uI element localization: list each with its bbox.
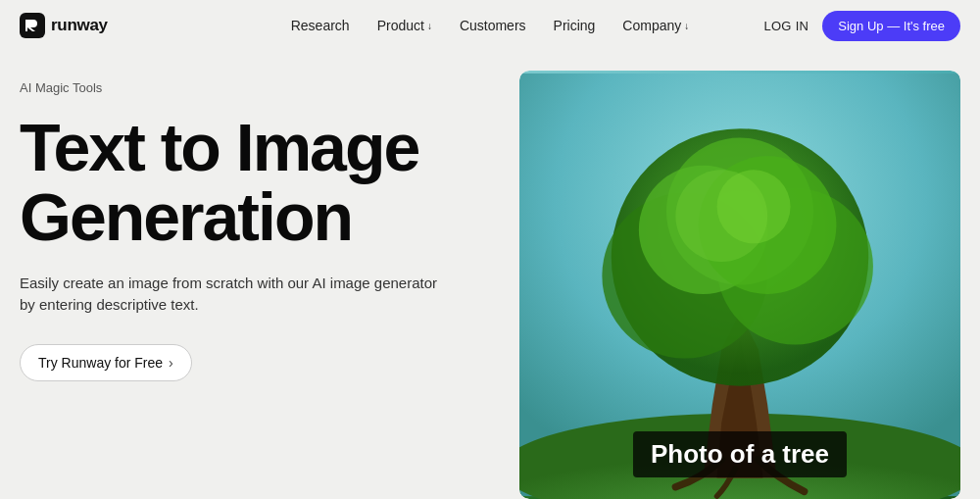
cta-button[interactable]: Try Runway for Free ›	[20, 344, 192, 381]
navbar-right: LOG IN Sign Up — It's free	[763, 11, 960, 41]
image-caption: Photo of a tree	[633, 431, 847, 477]
nav-research[interactable]: Research	[291, 18, 350, 33]
navbar-left: runway	[20, 13, 108, 38]
page-description: Easily create an image from scratch with…	[20, 273, 441, 317]
navbar: runway Research Product ↓ Customers Pric…	[0, 0, 980, 51]
hero-image: Photo of a tree	[519, 71, 960, 499]
svg-point-11	[717, 170, 791, 243]
navbar-center: Research Product ↓ Customers Pricing Com…	[291, 18, 690, 33]
nav-pricing[interactable]: Pricing	[554, 18, 596, 33]
signup-button[interactable]: Sign Up — It's free	[822, 11, 960, 41]
logo-text: runway	[51, 16, 108, 35]
product-chevron-icon: ↓	[427, 21, 432, 31]
main-content: AI Magic Tools Text to Image Generation …	[0, 51, 980, 499]
cta-arrow-icon: ›	[169, 355, 173, 371]
nav-customers[interactable]: Customers	[460, 18, 526, 33]
company-chevron-icon: ↓	[684, 21, 689, 31]
runway-logo-icon	[20, 13, 45, 38]
svg-rect-1	[25, 20, 27, 31]
hero-left: AI Magic Tools Text to Image Generation …	[20, 71, 500, 499]
login-button[interactable]: LOG IN	[763, 19, 808, 33]
hero-right: Photo of a tree	[519, 71, 960, 499]
nav-company[interactable]: Company ↓	[622, 18, 689, 33]
nav-product[interactable]: Product ↓	[377, 18, 432, 33]
logo-link[interactable]: runway	[20, 13, 108, 38]
page-title: Text to Image Generation	[20, 113, 500, 253]
breadcrumb: AI Magic Tools	[20, 80, 500, 95]
